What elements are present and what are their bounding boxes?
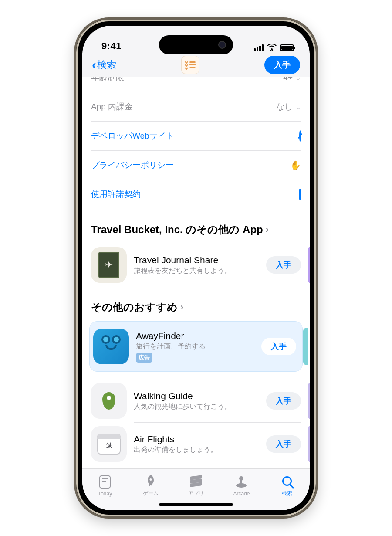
rocket-icon bbox=[144, 474, 158, 488]
dynamic-island bbox=[159, 35, 233, 54]
plane-icon: ✈ bbox=[105, 259, 113, 271]
home-indicator[interactable] bbox=[159, 503, 233, 506]
app-subtitle: 旅程表を友だちと共有しよう。 bbox=[134, 266, 259, 275]
app-row-air-flights[interactable]: ✈ Air Flights 出発の準備をしましょう。 入手 bbox=[91, 423, 301, 465]
back-button[interactable]: ‹ 検索 bbox=[92, 58, 116, 71]
app-title: Walking Guide bbox=[134, 391, 259, 401]
license-agreement-link[interactable]: 使用許諾契約 bbox=[91, 180, 301, 209]
back-label: 検索 bbox=[97, 58, 116, 71]
privacy-policy-link[interactable]: プライバシーポリシー ✋ bbox=[91, 151, 301, 180]
app-title: Air Flights bbox=[134, 434, 259, 444]
pin-icon bbox=[102, 392, 115, 410]
scroll-content[interactable]: 年齢制限 4+⌄ App 内課金 なし⌄ デベロッパWebサイト プライバシーポ… bbox=[82, 77, 310, 468]
get-button[interactable]: 入手 bbox=[266, 256, 301, 274]
recommendations-heading[interactable]: その他のおすすめ › bbox=[91, 300, 301, 314]
side-switch bbox=[74, 124, 75, 142]
app-icon bbox=[93, 329, 129, 364]
next-card-peek bbox=[308, 246, 310, 284]
info-label: プライバシーポリシー bbox=[91, 159, 174, 171]
get-button[interactable]: 入手 bbox=[261, 338, 296, 355]
volume-up-button bbox=[74, 150, 75, 185]
app-row-walking-guide[interactable]: Walking Guide 人気の観光地に歩いて行こう。 入手 bbox=[91, 380, 301, 422]
tab-label: Arcade bbox=[233, 491, 250, 497]
chevron-left-icon: ‹ bbox=[92, 58, 96, 71]
next-card-peek bbox=[303, 328, 308, 365]
app-row-travel-journal[interactable]: ✈ Travel Journal Share 旅程表を友だちと共有しよう。 入手 bbox=[91, 244, 301, 286]
phone-screen: 9:41 ‹ 検索 入手 年齢制限 bbox=[82, 26, 310, 510]
volume-down-button bbox=[74, 194, 75, 229]
info-label: App 内課金 bbox=[91, 101, 133, 112]
wifi-icon bbox=[267, 43, 277, 52]
app-subtitle: 人気の観光地に歩いて行こう。 bbox=[134, 402, 259, 411]
app-subtitle: 旅行を計画、予約する bbox=[136, 342, 254, 351]
app-icon: ✈ bbox=[91, 247, 127, 283]
app-title: Travel Journal Share bbox=[134, 255, 259, 265]
section-title: Travel Bucket, Inc. のその他の App bbox=[91, 223, 263, 237]
document-icon bbox=[299, 190, 301, 200]
tab-label: 検索 bbox=[282, 490, 292, 497]
safari-icon bbox=[299, 131, 301, 141]
tab-label: Today bbox=[98, 491, 112, 497]
phone-frame: 9:41 ‹ 検索 入手 年齢制限 bbox=[74, 17, 318, 519]
info-value: 4+ bbox=[283, 77, 293, 82]
hand-icon: ✋ bbox=[290, 160, 301, 170]
app-row-awayfinder[interactable]: AwayFinder 旅行を計画、予約する 広告 入手 bbox=[93, 325, 296, 368]
developer-website-link[interactable]: デベロッパWebサイト bbox=[91, 122, 301, 151]
chevron-down-icon: ⌄ bbox=[295, 103, 301, 111]
app-icon bbox=[91, 383, 127, 419]
developer-apps-heading[interactable]: Travel Bucket, Inc. のその他の App › bbox=[91, 223, 301, 237]
get-button[interactable]: 入手 bbox=[266, 392, 301, 410]
info-label: 年齢制限 bbox=[91, 77, 124, 83]
chevron-right-icon: › bbox=[180, 302, 183, 313]
tab-label: アプリ bbox=[188, 490, 204, 497]
app-mini-icon bbox=[181, 56, 199, 74]
tab-today[interactable]: Today bbox=[82, 469, 128, 502]
chevron-down-icon: ⌄ bbox=[295, 77, 301, 82]
get-button[interactable]: 入手 bbox=[266, 435, 301, 453]
app-subtitle: 出発の準備をしましょう。 bbox=[134, 445, 259, 455]
status-time: 9:41 bbox=[101, 41, 122, 52]
cellular-icon bbox=[254, 44, 264, 51]
nav-bar: ‹ 検索 入手 bbox=[82, 53, 310, 77]
tab-label: ゲーム bbox=[143, 490, 159, 497]
status-icons bbox=[254, 43, 294, 52]
battery-icon bbox=[280, 44, 294, 51]
plane-icon: ✈ bbox=[102, 439, 116, 452]
sponsored-app-card[interactable]: AwayFinder 旅行を計画、予約する 広告 入手 bbox=[89, 321, 303, 372]
tab-apps[interactable]: アプリ bbox=[173, 469, 219, 502]
info-value: なし bbox=[276, 101, 293, 112]
info-label: デベロッパWebサイト bbox=[91, 130, 174, 142]
next-card-peek bbox=[308, 425, 310, 463]
today-icon bbox=[99, 475, 111, 489]
info-row-age[interactable]: 年齢制限 4+⌄ bbox=[91, 77, 301, 92]
nav-get-button[interactable]: 入手 bbox=[264, 56, 300, 74]
chevron-right-icon: › bbox=[266, 224, 269, 235]
tab-arcade[interactable]: Arcade bbox=[219, 469, 264, 502]
ad-badge: 広告 bbox=[136, 353, 152, 363]
tab-search[interactable]: 検索 bbox=[264, 469, 310, 502]
checklist-icon bbox=[185, 61, 196, 69]
section-title: その他のおすすめ bbox=[91, 300, 178, 314]
svg-point-3 bbox=[239, 476, 243, 481]
app-title: AwayFinder bbox=[136, 331, 254, 341]
svg-point-0 bbox=[271, 48, 273, 50]
app-icon: ✈ bbox=[91, 426, 127, 462]
tab-games[interactable]: ゲーム bbox=[128, 469, 173, 502]
search-icon bbox=[282, 476, 292, 486]
info-label: 使用許諾契約 bbox=[91, 189, 141, 200]
info-row-iap[interactable]: App 内課金 なし⌄ bbox=[91, 92, 301, 122]
next-card-peek bbox=[308, 382, 310, 420]
arcade-icon bbox=[235, 475, 248, 489]
stack-icon bbox=[190, 476, 202, 486]
power-button bbox=[317, 163, 318, 216]
